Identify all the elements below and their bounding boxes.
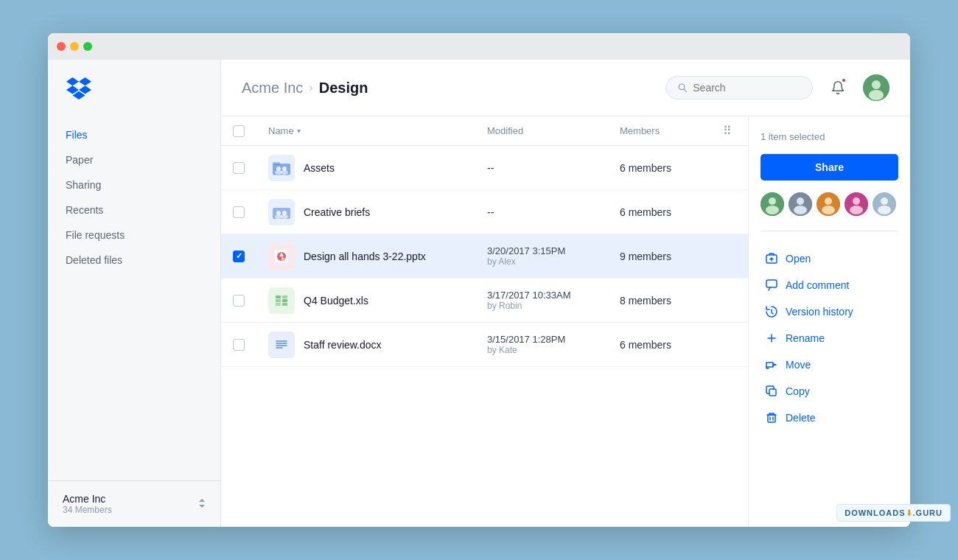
- minimize-button[interactable]: [70, 42, 79, 51]
- svg-point-33: [769, 197, 776, 205]
- breadcrumb-current: Design: [319, 80, 368, 97]
- svg-point-43: [850, 206, 863, 214]
- logo: [48, 77, 220, 123]
- maximize-button[interactable]: [83, 42, 92, 51]
- members-cell: 6 members: [608, 146, 711, 190]
- copy-icon: [765, 385, 778, 398]
- action-copy[interactable]: Copy: [761, 379, 898, 404]
- member-avatar-2[interactable]: [789, 192, 812, 216]
- member-avatar-1[interactable]: [761, 192, 784, 216]
- row-checkbox-creative[interactable]: [233, 206, 245, 218]
- action-delete[interactable]: Delete: [761, 405, 898, 430]
- modified-cell: 3/17/2017 10:33AM by Robin: [475, 279, 608, 323]
- sidebar-item-sharing[interactable]: Sharing: [57, 173, 211, 197]
- action-rename[interactable]: Rename: [761, 326, 898, 351]
- svg-rect-27: [273, 337, 290, 353]
- file-name: Staff review.docx: [304, 339, 382, 351]
- modified-cell: 3/15/2017 1:28PM by Kate: [475, 323, 608, 367]
- notification-button[interactable]: [825, 74, 851, 101]
- pptx-icon: [268, 243, 295, 270]
- title-bar: [48, 33, 910, 60]
- action-list: Open Add comment: [761, 246, 898, 430]
- folder-team-icon: [268, 155, 295, 181]
- search-bar[interactable]: [665, 76, 813, 99]
- svg-point-39: [825, 197, 832, 205]
- sidebar-item-files[interactable]: Files: [57, 123, 211, 147]
- row-checkbox-design[interactable]: [233, 251, 245, 262]
- members-cell: 8 members: [608, 279, 711, 323]
- action-open[interactable]: Open: [761, 246, 898, 271]
- action-delete-label: Delete: [786, 412, 815, 424]
- breadcrumb: Acme Inc › Design: [242, 80, 368, 97]
- row-checkbox-assets[interactable]: [233, 162, 245, 174]
- panel-divider: [761, 231, 898, 231]
- sidebar-footer[interactable]: Acme Inc 34 Members: [48, 480, 220, 527]
- action-add-comment[interactable]: Add comment: [761, 273, 898, 298]
- action-rename-label: Rename: [786, 332, 825, 344]
- action-move-label: Move: [786, 359, 811, 371]
- action-open-label: Open: [786, 253, 811, 265]
- close-button[interactable]: [57, 42, 66, 51]
- xlsx-icon: [268, 287, 295, 314]
- org-name: Acme Inc: [63, 493, 112, 505]
- svg-point-46: [878, 206, 891, 214]
- svg-point-42: [853, 197, 860, 205]
- table-row[interactable]: Assets -- 6 members: [221, 146, 748, 190]
- sort-arrow-icon: ▾: [297, 127, 301, 135]
- breadcrumb-parent[interactable]: Acme Inc: [242, 80, 303, 97]
- select-all-checkbox[interactable]: [233, 125, 245, 137]
- folder-team-icon: [268, 199, 295, 225]
- action-comment-label: Add comment: [786, 279, 849, 291]
- sidebar-item-deleted-files[interactable]: Deleted files: [57, 248, 211, 272]
- member-avatar-3[interactable]: [817, 192, 840, 216]
- row-checkbox-cell: [221, 323, 256, 367]
- table-row-selected[interactable]: Design all hands 3-22.pptx 3/20/2017 3:1…: [221, 234, 748, 279]
- org-info: Acme Inc 34 Members: [63, 493, 112, 515]
- column-header-members: Members: [608, 116, 711, 146]
- row-name-cell: Assets: [256, 146, 475, 190]
- file-area: Name ▾ Modified Members: [221, 116, 910, 527]
- member-avatar-4[interactable]: [845, 192, 868, 216]
- row-actions-cell: [711, 190, 748, 234]
- delete-icon: [765, 411, 778, 424]
- sidebar-item-paper[interactable]: Paper: [57, 148, 211, 172]
- svg-point-40: [822, 206, 835, 214]
- sidebar-nav: Files Paper Sharing Recents File request…: [48, 123, 220, 480]
- header-right: [665, 74, 889, 101]
- svg-point-37: [794, 206, 807, 214]
- row-checkbox-staff[interactable]: [233, 339, 245, 351]
- column-header-actions: ⠿: [711, 116, 748, 146]
- svg-rect-22: [282, 295, 287, 298]
- row-checkbox-cell: [221, 279, 256, 323]
- svg-point-45: [881, 197, 888, 205]
- column-header-name[interactable]: Name ▾: [256, 116, 475, 146]
- table-row[interactable]: Q4 Budget.xls 3/17/2017 10:33AM by Robin…: [221, 279, 748, 323]
- member-avatar-5[interactable]: [873, 192, 896, 216]
- row-checkbox-cell: [221, 190, 256, 234]
- svg-rect-23: [276, 299, 281, 302]
- app-window: Files Paper Sharing Recents File request…: [48, 33, 910, 527]
- row-checkbox-budget[interactable]: [233, 295, 245, 307]
- file-name: Assets: [304, 162, 335, 174]
- action-version-history[interactable]: Version history: [761, 299, 898, 324]
- action-move[interactable]: Move: [761, 352, 898, 377]
- avatar[interactable]: [863, 74, 889, 101]
- search-input[interactable]: [693, 82, 800, 94]
- file-list: Name ▾ Modified Members: [221, 116, 748, 527]
- chevron-up-down-icon[interactable]: [198, 498, 206, 511]
- table-row[interactable]: Creative briefs -- 6 members: [221, 190, 748, 234]
- sidebar-item-file-requests[interactable]: File requests: [57, 223, 211, 247]
- notification-dot: [841, 77, 847, 83]
- avatar-image: [863, 74, 889, 101]
- selected-count: 1 item selected: [761, 131, 898, 142]
- view-toggle-icon[interactable]: ⠿: [723, 125, 732, 137]
- right-panel: 1 item selected Share: [748, 116, 910, 527]
- app-body: Files Paper Sharing Recents File request…: [48, 60, 910, 527]
- modified-by: by Robin: [487, 301, 596, 311]
- breadcrumb-separator: ›: [309, 81, 312, 94]
- table-row[interactable]: Staff review.docx 3/15/2017 1:28PM by Ka…: [221, 323, 748, 367]
- sidebar-item-recents[interactable]: Recents: [57, 198, 211, 222]
- share-button[interactable]: Share: [761, 154, 898, 181]
- row-checkbox-cell: [221, 146, 256, 190]
- row-checkbox-cell: [221, 234, 256, 279]
